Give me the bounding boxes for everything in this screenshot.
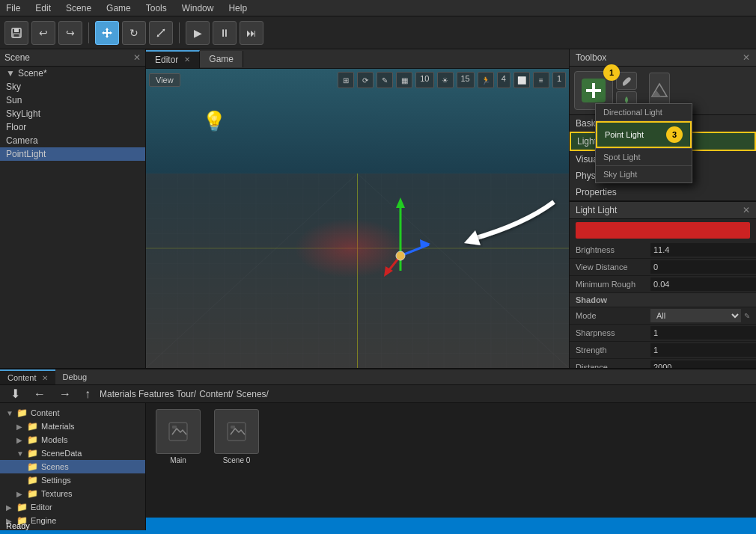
tab-content[interactable]: Content ✕ — [0, 369, 55, 384]
vp-icon-camera[interactable]: ⟳ — [357, 72, 374, 88]
vp-icon-person[interactable]: 🏃 — [478, 72, 494, 88]
view-distance-input[interactable] — [650, 260, 756, 274]
flyout-spot-light[interactable]: Spot Light — [596, 148, 692, 165]
file-scene0[interactable]: Scene 0 — [210, 409, 263, 464]
tab-editor-close[interactable]: ✕ — [184, 55, 190, 64]
scenedata-expand-icon: ▼ — [16, 449, 24, 458]
folder-content[interactable]: ▼ 📁 Content — [0, 406, 145, 420]
distance-input[interactable] — [650, 360, 756, 368]
breadcrumb-part-3[interactable]: Scenes/ — [237, 389, 269, 399]
mode-select[interactable]: All Static Dynamic — [650, 309, 741, 322]
vp-num-1[interactable]: 1 — [552, 72, 566, 88]
vp-num-15[interactable]: 15 — [457, 72, 475, 88]
viewport[interactable]: View ⊞ ⟳ ✎ ▦ 10 ☀ 15 🏃 4 ⬜ ≡ 1 — [146, 69, 569, 368]
toolbox-close[interactable]: ✕ — [743, 52, 750, 63]
vp-icon-grid2[interactable]: ▦ — [396, 72, 412, 88]
folder-settings[interactable]: 📁 Settings — [0, 473, 145, 487]
menu-scene[interactable]: Scene — [63, 3, 94, 13]
brightness-input[interactable] — [650, 243, 756, 257]
brightness-label: Brightness — [576, 245, 650, 254]
scene-item-sky[interactable]: Sky — [0, 80, 145, 93]
undo-button[interactable]: ↩ — [31, 21, 55, 45]
sharpness-input[interactable] — [650, 326, 756, 340]
folder-tree: ▼ 📁 Content ▶ 📁 Materials ▶ 📁 Models ▼ 📁… — [0, 403, 146, 530]
vp-icon-grid[interactable]: ⊞ — [338, 72, 354, 88]
tab-debug[interactable]: Debug — [55, 370, 94, 384]
annotation-1: 1 — [603, 64, 620, 81]
vp-num-10[interactable]: 10 — [415, 72, 433, 88]
minimum-rough-row: Minimum Rough ✎ — [570, 276, 756, 293]
tab-content-close[interactable]: ✕ — [42, 374, 48, 382]
redo-button[interactable]: ↪ — [58, 21, 82, 45]
scene-item-floor[interactable]: Floor — [0, 120, 145, 134]
scene-item-pointlight-label: PointLight — [6, 149, 46, 159]
vp-icon-edit[interactable]: ✎ — [377, 72, 393, 88]
breadcrumb-part-1[interactable]: Materials Features Tour/ — [100, 389, 196, 399]
menu-edit[interactable]: Edit — [32, 3, 54, 13]
flyout-directional[interactable]: Directional Light — [596, 104, 692, 121]
folder-scenes[interactable]: 📁 Scenes — [0, 460, 145, 473]
folder-textures-label: Textures — [41, 489, 73, 498]
folder-materials[interactable]: ▶ 📁 Materials — [0, 420, 145, 433]
menu-file[interactable]: File — [3, 3, 23, 13]
strength-row: Strength ✎ — [570, 342, 756, 359]
move-gizmo — [371, 196, 430, 288]
file-main[interactable]: Main — [152, 409, 204, 464]
vp-icon-screen[interactable]: ⬜ — [513, 72, 530, 88]
flyout-point-light[interactable]: Point Light 3 — [596, 121, 692, 148]
folder-editor[interactable]: ▶ 📁 Editor — [0, 500, 145, 514]
scale-tool-button[interactable] — [149, 21, 173, 45]
folder-models[interactable]: ▶ 📁 Models — [0, 433, 145, 446]
menu-help[interactable]: Help — [225, 3, 250, 13]
scene-item-skylight[interactable]: SkyLight — [0, 107, 145, 120]
strength-input[interactable] — [650, 343, 756, 357]
editor-folder-icon: 📁 — [16, 502, 28, 512]
minimum-rough-input[interactable] — [650, 277, 756, 291]
flyout-sky-light[interactable]: Sky Light — [596, 165, 692, 182]
content-expand-icon: ▼ — [6, 409, 13, 417]
scene-item-sun[interactable]: Sun — [0, 93, 145, 107]
tab-game[interactable]: Game — [200, 51, 243, 67]
step-button[interactable]: ⏭ — [240, 21, 263, 45]
rotate-tool-button[interactable]: ↻ — [122, 21, 146, 45]
models-folder-icon: 📁 — [27, 435, 38, 445]
properties-close[interactable]: ✕ — [743, 205, 750, 215]
pause-button[interactable]: ⏸ — [213, 21, 237, 45]
view-distance-label: View Distance — [576, 263, 650, 271]
scene-panel-close[interactable]: ✕ — [133, 52, 141, 63]
mode-edit-icon[interactable]: ✎ — [744, 312, 750, 320]
editor-tabs: Editor ✕ Game — [146, 49, 569, 69]
nav-back-button[interactable]: ← — [29, 386, 50, 402]
vp-icon-sun[interactable]: ☀ — [437, 72, 454, 88]
vp-num-4[interactable]: 4 — [497, 72, 510, 88]
vp-icon-layers[interactable]: ≡ — [533, 72, 549, 88]
folder-scenedata[interactable]: ▼ 📁 SceneData — [0, 446, 145, 460]
nav-up-button[interactable]: ↑ — [80, 386, 95, 402]
menu-game[interactable]: Game — [103, 3, 134, 13]
brightness-row: Brightness ✎ — [570, 242, 756, 259]
viewport-icons: ⊞ ⟳ ✎ ▦ 10 ☀ 15 🏃 4 ⬜ ≡ 1 — [338, 72, 566, 88]
materials-folder-icon: 📁 — [27, 421, 38, 432]
play-button[interactable]: ▶ — [186, 21, 210, 45]
file-main-name: Main — [170, 456, 186, 464]
menu-window[interactable]: Window — [179, 3, 217, 13]
materials-expand-icon: ▶ — [16, 423, 24, 431]
scene-item-camera[interactable]: Camera — [0, 134, 145, 147]
tab-editor[interactable]: Editor ✕ — [146, 50, 200, 68]
menu-tools[interactable]: Tools — [143, 3, 170, 13]
import-button[interactable]: ⬇ — [6, 385, 25, 402]
settings-folder-icon: 📁 — [27, 475, 38, 485]
file-scene0-name: Scene 0 — [223, 456, 251, 464]
nav-forward-button[interactable]: → — [55, 386, 76, 402]
scene-item-pointlight[interactable]: PointLight — [0, 147, 145, 161]
viewport-toolbar: View ⊞ ⟳ ✎ ▦ 10 ☀ 15 🏃 4 ⬜ ≡ 1 — [149, 72, 566, 88]
toolbox-properties[interactable]: Properties — [570, 184, 756, 200]
view-button[interactable]: View — [149, 73, 180, 87]
move-tool-button[interactable] — [95, 21, 119, 45]
folder-textures[interactable]: ▶ 📁 Textures — [0, 487, 145, 500]
color-picker-bar[interactable] — [576, 222, 750, 239]
scene-item-scene[interactable]: ▼ Scene* — [0, 67, 145, 80]
breadcrumb-part-2[interactable]: Content/ — [199, 389, 233, 399]
folder-editor-label: Editor — [31, 503, 52, 512]
save-button[interactable] — [4, 21, 28, 45]
